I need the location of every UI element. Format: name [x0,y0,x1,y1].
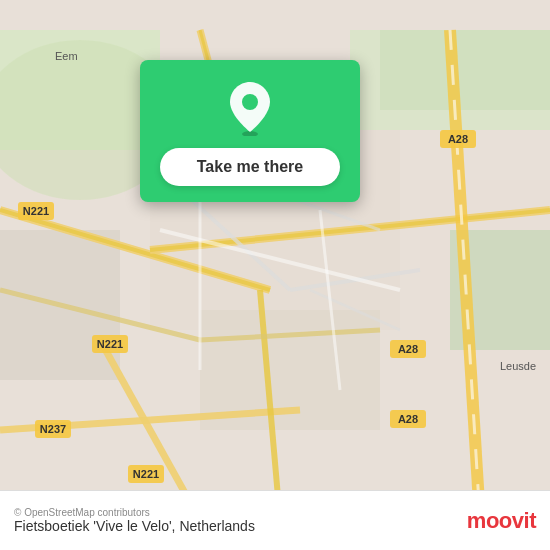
svg-text:N221: N221 [133,468,159,480]
svg-text:A28: A28 [398,343,418,355]
moovit-brand: moovit [467,508,536,534]
svg-text:N221: N221 [97,338,123,350]
svg-text:N237: N237 [40,423,66,435]
moovit-logo: moovit [467,508,536,534]
moovit-text-end: it [524,508,536,533]
bottom-left: © OpenStreetMap contributors Fietsboetie… [14,507,457,534]
svg-rect-3 [380,30,550,110]
svg-point-49 [242,94,258,110]
svg-text:A28: A28 [448,133,468,145]
location-card: Take me there [140,60,360,202]
svg-text:N221: N221 [23,205,49,217]
svg-text:Leusde: Leusde [500,360,536,372]
bottom-bar: © OpenStreetMap contributors Fietsboetie… [0,490,550,550]
location-name: Fietsboetiek 'Vive le Velo', Netherlands [14,518,447,534]
map-container: N199 N221 N221 N221 N237 A28 A28 A28 Eem… [0,0,550,550]
take-me-there-button[interactable]: Take me there [160,148,340,186]
svg-text:Eem: Eem [55,50,78,62]
osm-copyright: © OpenStreetMap contributors [14,507,457,518]
moovit-text-start: moov [467,508,524,533]
svg-text:A28: A28 [398,413,418,425]
location-pin-icon [226,80,274,136]
